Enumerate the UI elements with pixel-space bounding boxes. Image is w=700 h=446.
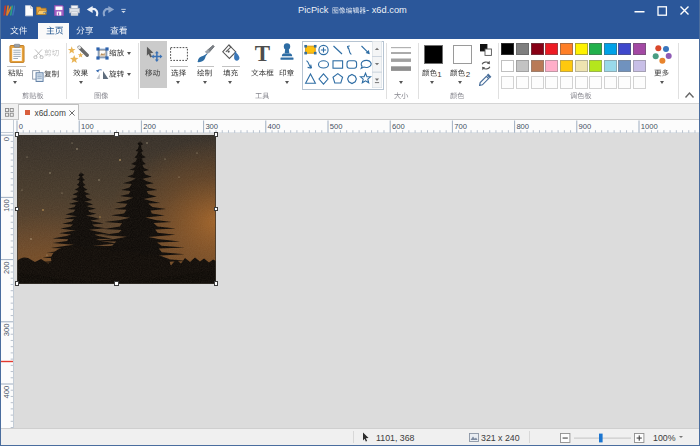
svg-text:0: 0 <box>2 137 11 141</box>
svg-text:0: 0 <box>19 121 23 130</box>
svg-text:100: 100 <box>81 121 94 130</box>
svg-text:900: 900 <box>579 121 592 130</box>
svg-text:700: 700 <box>454 121 467 130</box>
svg-text:200: 200 <box>2 261 11 274</box>
svg-text:1000: 1000 <box>641 121 658 130</box>
svg-text:400: 400 <box>268 121 281 130</box>
svg-text:400: 400 <box>2 386 11 399</box>
svg-text:100: 100 <box>2 199 11 212</box>
svg-text:500: 500 <box>330 121 343 130</box>
svg-text:600: 600 <box>392 121 405 130</box>
svg-text:300: 300 <box>2 324 11 337</box>
svg-text:200: 200 <box>143 121 156 130</box>
svg-text:800: 800 <box>516 121 529 130</box>
svg-text:300: 300 <box>205 121 218 130</box>
